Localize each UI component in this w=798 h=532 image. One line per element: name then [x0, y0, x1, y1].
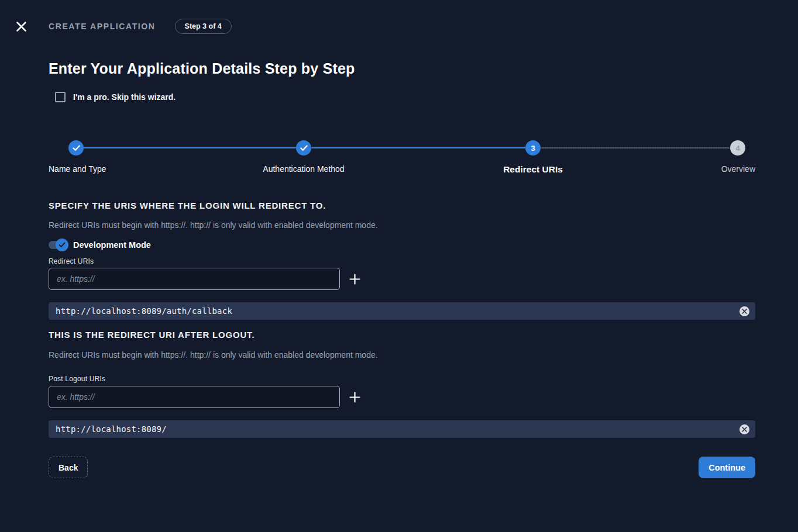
stepper-line-3	[541, 147, 730, 148]
post-logout-uris-field-label: Post Logout URIs	[49, 375, 755, 383]
stepper-labels: Name and Type Authentication Method Redi…	[49, 164, 755, 175]
redirect-uri-chip: http://localhost:8089/auth/callback	[49, 302, 755, 320]
toggle-thumb-check-icon	[56, 239, 68, 251]
post-logout-uri-input-row	[49, 386, 755, 408]
redirect-section-heading: SPECIFY THE URIS WHERE THE LOGIN WILL RE…	[49, 201, 755, 210]
check-icon	[73, 145, 80, 151]
close-icon	[16, 21, 27, 32]
remove-icon	[742, 309, 747, 314]
step-label-overview[interactable]: Overview	[721, 164, 755, 174]
wizard-title: CREATE APPLICATION	[49, 22, 156, 31]
page-title: Enter Your Application Details Step by S…	[49, 60, 755, 77]
dev-mode-row: Development Mode	[49, 239, 755, 251]
remove-redirect-uri-button[interactable]	[739, 306, 749, 316]
step-progress-badge: Step 3 of 4	[175, 19, 232, 34]
remove-icon	[742, 427, 747, 432]
logout-section-description: Redirect URIs must begin with https://. …	[49, 350, 755, 360]
back-button[interactable]: Back	[49, 457, 88, 478]
add-redirect-uri-button[interactable]	[344, 268, 365, 289]
redirect-uri-input[interactable]	[49, 268, 340, 290]
close-wizard-button[interactable]	[14, 19, 28, 33]
wizard-content: CREATE APPLICATION Step 3 of 4 Enter You…	[0, 19, 798, 478]
step-1-circle[interactable]	[68, 140, 84, 156]
continue-button[interactable]: Continue	[699, 457, 755, 478]
post-logout-uri-chip-value: http://localhost:8089/	[56, 424, 739, 434]
step-4-number: 4	[735, 144, 739, 153]
redirect-uri-input-row	[49, 268, 755, 290]
wizard-actions: Back Continue	[49, 457, 755, 478]
remove-post-logout-uri-button[interactable]	[739, 424, 749, 434]
check-icon	[300, 145, 308, 151]
post-logout-uri-input[interactable]	[49, 386, 340, 408]
step-label-authentication-method[interactable]: Authentication Method	[263, 164, 344, 174]
skip-wizard-label: I'm a pro. Skip this wizard.	[73, 92, 176, 102]
skip-wizard-row: I'm a pro. Skip this wizard.	[55, 91, 755, 103]
dev-mode-toggle[interactable]	[49, 239, 68, 251]
post-logout-uri-chip: http://localhost:8089/	[49, 420, 755, 438]
step-3-circle[interactable]: 3	[525, 140, 541, 156]
redirect-uri-chip-value: http://localhost:8089/auth/callback	[56, 306, 739, 316]
redirect-uris-field-label: Redirect URIs	[49, 257, 755, 265]
skip-wizard-checkbox[interactable]	[55, 92, 66, 102]
stepper-line-1	[84, 147, 296, 148]
step-3-number: 3	[531, 144, 535, 153]
add-post-logout-uri-button[interactable]	[344, 386, 365, 407]
logout-section-heading: THIS IS THE REDIRECT URI AFTER LOGOUT.	[49, 330, 755, 340]
stepper-line-2	[311, 147, 525, 148]
dev-mode-label: Development Mode	[73, 240, 151, 250]
plus-icon	[349, 392, 360, 403]
step-2-circle[interactable]	[296, 140, 311, 156]
redirect-section-description: Redirect URIs must begin with https://. …	[49, 220, 755, 230]
step-label-redirect-uris[interactable]: Redirect URIs	[503, 164, 563, 175]
step-4-circle[interactable]: 4	[730, 140, 745, 156]
step-label-name-and-type[interactable]: Name and Type	[49, 164, 106, 174]
plus-icon	[349, 274, 360, 285]
wizard-stepper: 3 4 Name and Type Authentication Method …	[49, 140, 755, 177]
wizard-header: CREATE APPLICATION Step 3 of 4	[49, 19, 755, 34]
